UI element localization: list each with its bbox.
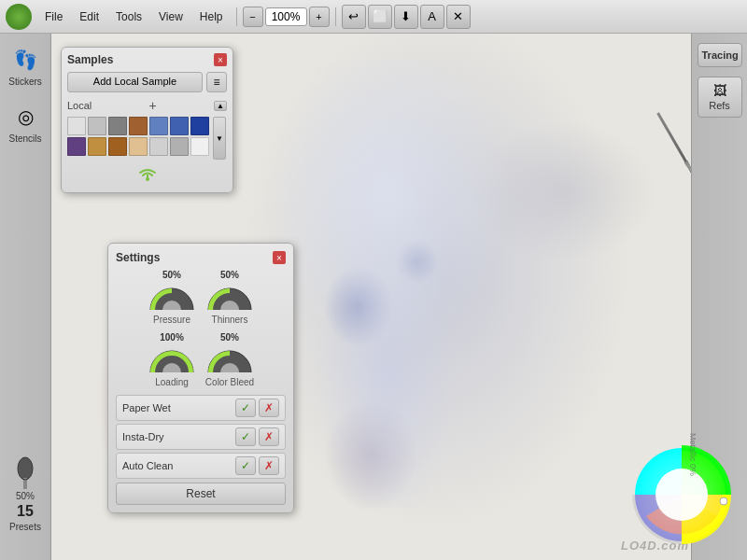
scroll-up-button[interactable]: ▲ (214, 101, 227, 111)
swatch-0[interactable] (67, 117, 86, 135)
samples-header: Samples × (67, 53, 227, 66)
samples-panel: Samples × Add Local Sample ≡ Local + ▲ ▼ (61, 47, 233, 193)
paper-wet-check[interactable]: ✓ (235, 399, 256, 417)
auto-clean-check[interactable]: ✓ (235, 456, 256, 475)
color-bleed-value: 50% (220, 332, 239, 343)
brush-size: 50% (16, 491, 35, 501)
download-button[interactable]: ⬇ (394, 5, 418, 29)
zoom-minus-button[interactable]: − (243, 7, 263, 27)
presets-number: 15 (17, 503, 34, 520)
swatch-9[interactable] (108, 137, 127, 156)
color-bleed-knob-container: 50% Color Bleed (204, 332, 255, 387)
knobs-row-2: 100% Loading 50% Color Bleed (116, 332, 286, 387)
stickers-tool[interactable]: 👣 Stickers (5, 41, 46, 91)
swatch-1[interactable] (88, 117, 106, 135)
thinners-knob-container: 50% Thinners (204, 270, 255, 325)
pressure-knob[interactable] (147, 282, 197, 313)
thinners-label: Thinners (212, 315, 248, 325)
presets-label: Presets (9, 522, 41, 532)
swatch-12[interactable] (170, 137, 189, 156)
brush-icon[interactable] (8, 455, 42, 489)
loading-knob[interactable] (147, 344, 197, 375)
swatch-6[interactable] (190, 117, 209, 135)
stickers-label: Stickers (8, 77, 42, 87)
color-grid-area: ▼ (67, 117, 227, 160)
menubar: File Edit Tools View Help − 100% + ↩ ⬜ ⬇… (0, 0, 747, 34)
insta-dry-check[interactable]: ✓ (235, 427, 256, 446)
settings-title: Settings (116, 251, 160, 264)
stencils-tool[interactable]: ◎ Stencils (5, 98, 46, 147)
local-row: Local + ▲ (67, 98, 227, 113)
app-icon (6, 4, 32, 30)
swatch-8[interactable] (88, 137, 106, 156)
add-sample-button[interactable]: Add Local Sample (67, 72, 203, 92)
brush-tool: 50% 15 Presets (0, 455, 50, 532)
loading-knob-container: 100% Loading (147, 332, 197, 387)
swatch-11[interactable] (149, 137, 168, 156)
pressure-value: 50% (162, 270, 181, 280)
add-sample-row: Add Local Sample ≡ (67, 72, 227, 92)
scroll-right-button[interactable]: ▼ (213, 117, 226, 160)
samples-close-button[interactable]: × (214, 53, 227, 66)
sample-grid-button[interactable]: ≡ (206, 72, 227, 92)
color-grid-1 (67, 117, 209, 156)
pressure-label: Pressure (153, 315, 190, 325)
paper-wet-label: Paper Wet (122, 402, 235, 413)
thinners-value: 50% (220, 270, 239, 280)
left-panel: 👣 Stickers ◎ Stencils 50% 15 Presets (0, 34, 51, 560)
stencils-icon: ◎ (10, 102, 40, 132)
local-add-button[interactable]: + (149, 98, 157, 113)
settings-header: Settings × (116, 251, 286, 264)
swatch-5[interactable] (170, 117, 189, 135)
insta-dry-row: Insta-Dry ✓ ✗ (116, 424, 286, 450)
auto-clean-label: Auto Clean (122, 460, 235, 471)
settings-panel: Settings × 50% Pressure 50% (107, 243, 294, 513)
menu-view[interactable]: View (151, 7, 190, 27)
local-label: Local (67, 100, 92, 111)
zoom-plus-button[interactable]: + (309, 7, 330, 27)
refs-button[interactable]: 🖼 Refs (698, 77, 742, 118)
color-wheel[interactable] (621, 434, 742, 555)
samples-title: Samples (67, 53, 113, 66)
settings-close-button[interactable]: × (273, 251, 286, 264)
auto-clean-row: Auto Clean ✓ ✗ (116, 453, 286, 479)
swatch-13[interactable] (190, 137, 209, 156)
tracing-button[interactable]: Tracing (698, 43, 742, 67)
loading-value: 100% (160, 332, 184, 343)
color-bleed-label: Color Bleed (205, 377, 254, 387)
menu-help[interactable]: Help (192, 7, 231, 27)
menu-tools[interactable]: Tools (108, 7, 149, 27)
paper-wet-row: Paper Wet ✓ ✗ (116, 395, 286, 421)
paper-wet-x[interactable]: ✗ (259, 399, 279, 417)
swatch-4[interactable] (149, 117, 168, 135)
wifi-icon (67, 163, 227, 187)
undo-button[interactable]: ↩ (342, 5, 366, 29)
refs-icon: 🖼 (713, 83, 726, 98)
close-button[interactable]: ✕ (446, 5, 471, 29)
insta-dry-label: Insta-Dry (122, 431, 235, 442)
swatch-7[interactable] (67, 137, 86, 156)
knobs-row-1: 50% Pressure 50% Thinners (116, 270, 286, 325)
swatch-10[interactable] (129, 137, 148, 156)
auto-clean-x[interactable]: ✗ (259, 456, 279, 475)
zoom-display: 100% (265, 7, 307, 26)
crop-button[interactable]: ⬜ (368, 5, 392, 29)
metallic-label: Metallic 0% (688, 433, 698, 476)
svg-point-7 (146, 177, 149, 181)
separator-1 (236, 7, 237, 26)
text-button[interactable]: A (420, 5, 444, 29)
insta-dry-x[interactable]: ✗ (259, 427, 279, 446)
menu-edit[interactable]: Edit (72, 7, 106, 27)
swatch-2[interactable] (108, 117, 127, 135)
stencils-label: Stencils (8, 133, 41, 144)
menu-file[interactable]: File (37, 7, 70, 27)
thinners-knob[interactable] (204, 282, 255, 313)
refs-label: Refs (709, 100, 730, 111)
stickers-icon: 👣 (10, 45, 40, 75)
reset-button[interactable]: Reset (116, 483, 286, 505)
color-bleed-knob[interactable] (204, 344, 255, 375)
swatch-3[interactable] (129, 117, 148, 135)
svg-point-6 (655, 469, 708, 521)
loading-label: Loading (155, 377, 189, 387)
pressure-knob-container: 50% Pressure (147, 270, 197, 325)
